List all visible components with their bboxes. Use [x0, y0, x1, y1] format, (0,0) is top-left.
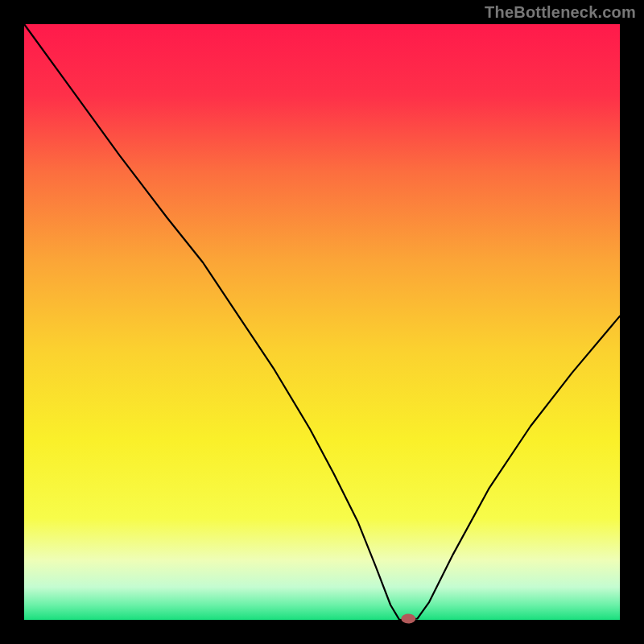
chart-svg: [0, 0, 644, 644]
bottleneck-chart: TheBottleneck.com: [0, 0, 644, 644]
optimal-marker: [401, 614, 415, 624]
plot-area: [24, 24, 620, 620]
watermark-text: TheBottleneck.com: [485, 3, 636, 22]
